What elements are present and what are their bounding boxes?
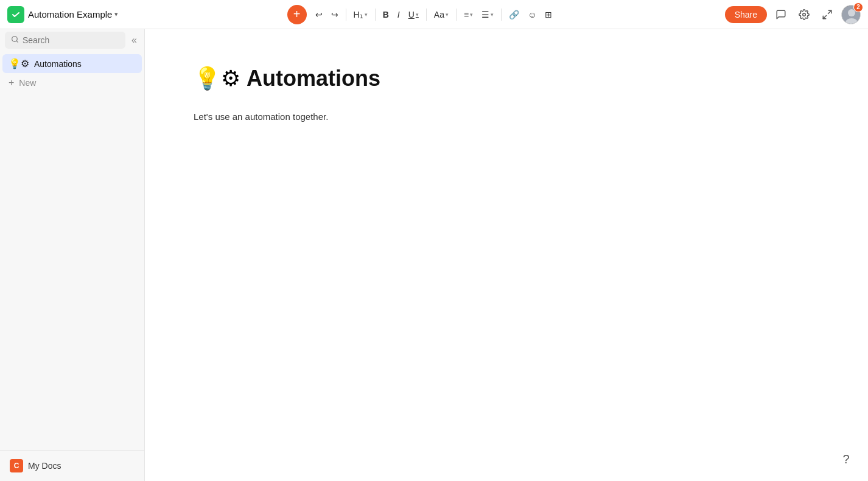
content-area: 💡⚙ Automations Let's use an automation t… <box>145 29 868 481</box>
align-chevron-icon: ▾ <box>470 12 473 18</box>
redo-button[interactable]: ↪ <box>327 5 342 24</box>
table-button[interactable]: ⊞ <box>541 5 556 24</box>
workspace-name[interactable]: Automation Example ▾ <box>28 9 118 19</box>
align-label: ≡ <box>464 10 469 19</box>
page-emoji: 💡⚙ <box>194 66 240 91</box>
bold-button[interactable]: B <box>379 5 393 24</box>
sidebar-new-item[interactable]: + New <box>2 74 142 92</box>
svg-point-1 <box>803 13 806 16</box>
align-button[interactable]: ≡ ▾ <box>460 5 477 24</box>
search-bar[interactable] <box>5 32 125 49</box>
avatar-wrap[interactable]: 2 <box>841 5 861 24</box>
workspace-chevron-icon: ▾ <box>114 10 118 18</box>
search-input[interactable] <box>23 35 119 45</box>
heading-label: H₁ <box>354 10 363 19</box>
sidebar-item-automations[interactable]: 💡⚙ Automations <box>2 54 142 73</box>
underline-label: U <box>408 10 415 19</box>
notification-badge: 2 <box>853 2 863 12</box>
settings-button[interactable] <box>795 5 813 24</box>
main-layout: « 💡⚙ Automations + New C My Docs 💡⚙ Auto… <box>0 29 868 481</box>
emoji-button[interactable]: ☺ <box>524 5 540 24</box>
collapse-icon: « <box>131 35 137 45</box>
font-button[interactable]: Aa ▾ <box>430 5 452 24</box>
link-button[interactable]: 🔗 <box>505 5 523 24</box>
font-label: Aa <box>434 10 444 19</box>
my-docs-item[interactable]: C My Docs <box>5 455 139 476</box>
sidebar-item-automations-label: Automations <box>34 59 82 69</box>
add-button[interactable]: + <box>287 5 307 24</box>
sidebar-bottom: C My Docs <box>0 450 144 481</box>
list-label: ☰ <box>481 10 489 19</box>
help-button[interactable]: ? <box>836 449 856 469</box>
automations-icon: 💡⚙ <box>9 58 29 69</box>
sidebar-collapse-button[interactable]: « <box>129 32 139 48</box>
svg-line-8 <box>16 41 18 42</box>
divider-5 <box>501 9 502 21</box>
sidebar-nav: 💡⚙ Automations + New <box>0 51 144 450</box>
page-body: Let's use an automation together. <box>194 110 819 124</box>
toolbar-left: Automation Example ▾ <box>7 6 118 23</box>
underline-button[interactable]: U ▾ <box>405 5 422 24</box>
list-button[interactable]: ☰ ▾ <box>478 5 497 24</box>
new-label: New <box>19 78 36 88</box>
toolbar-center: + ↩ ↪ H₁ ▾ B I U ▾ Aa ▾ ≡ ▾ ☰ ▾ � <box>121 5 722 24</box>
font-chevron-icon: ▾ <box>446 12 449 18</box>
divider-4 <box>456 9 457 21</box>
search-icon <box>11 35 19 45</box>
heading-chevron-icon: ▾ <box>365 12 368 18</box>
app-icon <box>7 6 24 23</box>
search-row: « <box>0 29 144 51</box>
heading-button[interactable]: H₁ ▾ <box>350 5 371 24</box>
workspace-name-text: Automation Example <box>28 9 112 19</box>
share-button[interactable]: Share <box>725 6 767 23</box>
toolbar: Automation Example ▾ + ↩ ↪ H₁ ▾ B I U ▾ … <box>0 0 868 29</box>
divider-1 <box>346 9 346 21</box>
my-docs-label: My Docs <box>28 461 61 471</box>
page-title: Automations <box>247 66 380 91</box>
toolbar-right: Share 2 <box>725 5 861 24</box>
comment-button[interactable] <box>772 5 790 24</box>
undo-button[interactable]: ↩ <box>312 5 326 24</box>
list-chevron-icon: ▾ <box>491 12 494 18</box>
expand-button[interactable] <box>818 5 836 24</box>
divider-3 <box>426 9 427 21</box>
my-docs-icon: C <box>10 459 23 472</box>
italic-button[interactable]: I <box>394 5 404 24</box>
divider-2 <box>375 9 376 21</box>
svg-line-3 <box>823 15 826 18</box>
new-plus-icon: + <box>9 77 14 88</box>
svg-line-2 <box>828 10 831 13</box>
page-title-row: 💡⚙ Automations <box>194 66 819 91</box>
underline-chevron-icon: ▾ <box>416 12 419 18</box>
sidebar: « 💡⚙ Automations + New C My Docs <box>0 29 145 481</box>
